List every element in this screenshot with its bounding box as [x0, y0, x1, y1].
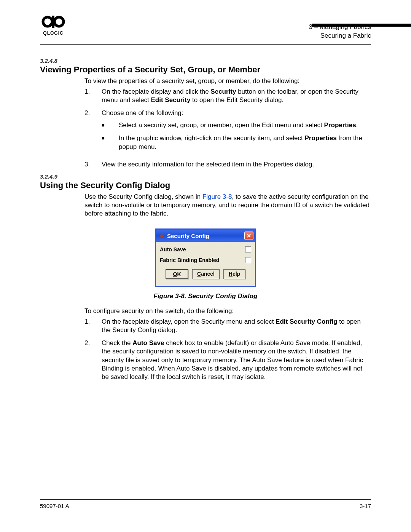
section-number: 3.2.4.8	[40, 58, 371, 64]
dialog-titlebar: Security Config	[156, 230, 255, 242]
figure-caption: Figure 3-8. Security Config Dialog	[40, 292, 371, 300]
java-icon	[159, 233, 165, 238]
auto-save-label: Auto Save	[160, 246, 245, 252]
ok-button[interactable]: OK	[166, 269, 188, 279]
svg-text:QLOGIC: QLOGIC	[43, 30, 63, 36]
list-item: 2. Choose one of the following: ■ Select…	[84, 109, 371, 155]
list-item: 1. On the faceplate display and click th…	[84, 88, 371, 104]
svg-point-2	[54, 17, 64, 26]
svg-point-0	[43, 17, 52, 26]
section-post-intro: To configure security on the switch, do …	[84, 307, 371, 315]
bullet-item: ■ Select a security set, group, or membe…	[102, 121, 371, 129]
qlogic-logo: QLOGIC	[40, 15, 67, 37]
figure-link[interactable]: Figure 3-8	[202, 193, 232, 200]
help-button[interactable]: Help	[223, 269, 245, 279]
page-footer: 59097-01 A 3-17	[40, 499, 371, 509]
header-section: Securing a Fabric	[309, 32, 371, 40]
section-number: 3.2.4.9	[40, 173, 371, 180]
bullet-item: ■ In the graphic window, right-click on …	[102, 134, 371, 151]
list-item: 2. Check the Auto Save check box to enab…	[84, 339, 371, 381]
fabric-binding-checkbox[interactable]	[245, 257, 251, 263]
dialog-title: Security Config	[167, 233, 209, 239]
header-blackbar	[312, 24, 411, 27]
section-title: Viewing Properties of a Security Set, Gr…	[40, 65, 371, 75]
security-config-dialog: Security Config Auto Save Fabric Binding…	[155, 228, 256, 287]
square-bullet-icon: ■	[102, 121, 119, 129]
list-item: 3. View the security information for the…	[84, 160, 371, 169]
close-button[interactable]	[244, 232, 253, 240]
auto-save-checkbox[interactable]	[245, 246, 251, 252]
footer-left: 59097-01 A	[40, 503, 69, 509]
section-intro: To view the properties of a security set…	[84, 77, 371, 85]
cancel-button[interactable]: Cancel	[192, 269, 220, 279]
footer-right: 3-17	[360, 503, 371, 509]
section-intro: Use the Security Config dialog, shown in…	[84, 193, 371, 218]
figure: Security Config Auto Save Fabric Binding…	[40, 228, 371, 300]
section-title: Using the Security Config Dialog	[40, 181, 371, 190]
square-bullet-icon: ■	[102, 134, 119, 151]
list-item: 1. On the faceplate display, open the Se…	[84, 318, 371, 334]
fabric-binding-label: Fabric Binding Enabled	[160, 257, 245, 263]
